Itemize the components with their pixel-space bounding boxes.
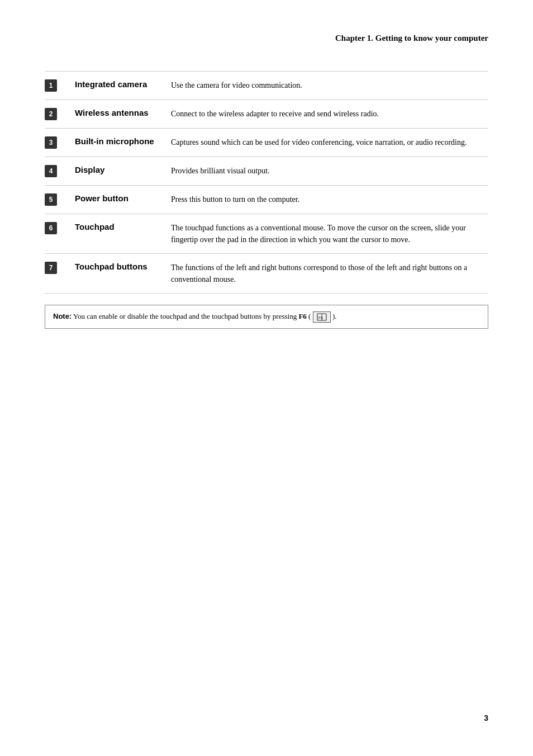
item-number-badge: 3 — [45, 136, 57, 149]
note-text: You can enable or disable the touchpad a… — [73, 312, 298, 320]
item-description: The functions of the left and right butt… — [165, 254, 488, 294]
table-row: 6TouchpadThe touchpad functions as a con… — [45, 214, 488, 254]
item-label: Built-in microphone — [70, 129, 165, 157]
item-label: Touchpad — [70, 214, 165, 254]
table-row: 5Power buttonPress this button to turn o… — [45, 186, 488, 214]
item-number-badge: 4 — [45, 165, 57, 177]
table-row: 1Integrated cameraUse the camera for vid… — [45, 72, 488, 100]
page-number: 3 — [484, 714, 488, 722]
table-row: 3Built-in microphoneCaptures sound which… — [45, 129, 488, 157]
note-label: Note: — [53, 312, 72, 320]
item-description: The touchpad functions as a conventional… — [165, 214, 488, 254]
touchpad-icon: F6 — [317, 313, 327, 321]
item-label: Display — [70, 157, 165, 186]
svg-text:F6: F6 — [318, 316, 323, 320]
chapter-title-text: Chapter 1. Getting to know your computer — [335, 34, 488, 42]
item-description: Captures sound which can be used for vid… — [165, 129, 488, 157]
item-number-badge: 2 — [45, 108, 57, 120]
note-box: Note: You can enable or disable the touc… — [45, 305, 488, 329]
item-label: Wireless antennas — [70, 100, 165, 129]
table-row: 2Wireless antennasConnect to the wireles… — [45, 100, 488, 129]
note-key-text: F6 — [298, 312, 306, 320]
table-row: 7Touchpad buttonsThe functions of the le… — [45, 254, 488, 294]
item-description: Use the camera for video communication. — [165, 72, 488, 100]
note-closing: ). — [332, 312, 337, 320]
note-open-paren: ( — [308, 312, 311, 320]
item-number-badge: 6 — [45, 222, 57, 234]
table-row: 4DisplayProvides brilliant visual output… — [45, 157, 488, 186]
item-label: Power button — [70, 186, 165, 214]
item-number-badge: 1 — [45, 79, 57, 92]
features-table: 1Integrated cameraUse the camera for vid… — [45, 71, 488, 294]
item-label: Touchpad buttons — [70, 254, 165, 294]
item-number-badge: 5 — [45, 193, 57, 206]
item-number-badge: 7 — [45, 262, 57, 274]
chapter-title: Chapter 1. Getting to know your computer — [45, 34, 488, 43]
item-description: Connect to the wireless adapter to recei… — [165, 100, 488, 129]
f6-key-icon: F6 — [313, 311, 331, 323]
item-label: Integrated camera — [70, 72, 165, 100]
item-description: Provides brilliant visual output. — [165, 157, 488, 186]
item-description: Press this button to turn on the compute… — [165, 186, 488, 214]
